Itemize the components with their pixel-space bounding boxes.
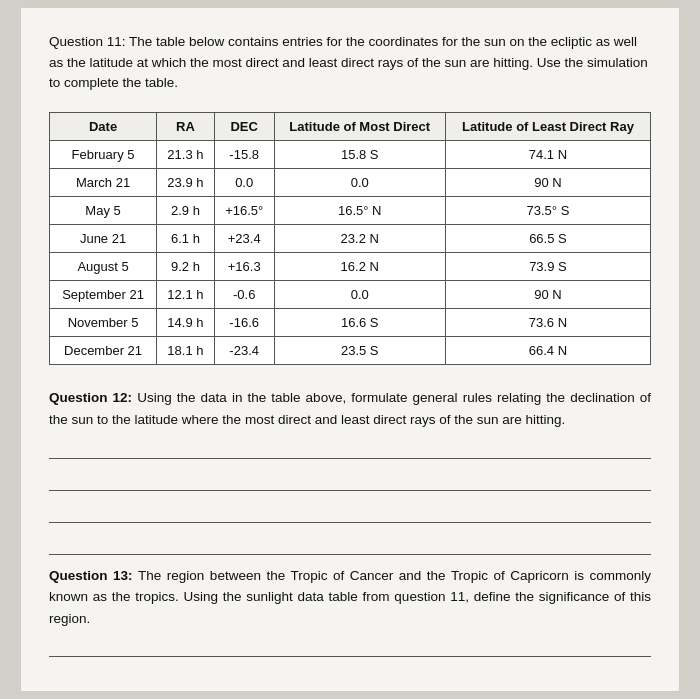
intro-text: Question 11: The table below contains en… [49, 32, 651, 95]
table-row: August 59.2 h+16.316.2 N73.9 S [50, 253, 651, 281]
cell-r5-c0: September 21 [50, 281, 157, 309]
cell-r4-c0: August 5 [50, 253, 157, 281]
col-header-date: Date [50, 113, 157, 141]
cell-r7-c2: -23.4 [214, 337, 274, 365]
cell-r7-c0: December 21 [50, 337, 157, 365]
q13-body: The region between the Tropic of Cancer … [49, 568, 651, 626]
cell-r4-c3: 16.2 N [274, 253, 445, 281]
cell-r7-c1: 18.1 h [157, 337, 215, 365]
cell-r6-c4: 73.6 N [445, 309, 650, 337]
table-row: November 514.9 h-16.616.6 S73.6 N [50, 309, 651, 337]
table-row: December 2118.1 h-23.423.5 S66.4 N [50, 337, 651, 365]
cell-r6-c2: -16.6 [214, 309, 274, 337]
q12-body: Using the data in the table above, formu… [49, 390, 651, 427]
table-row: June 216.1 h+23.423.2 N66.5 S [50, 225, 651, 253]
cell-r7-c3: 23.5 S [274, 337, 445, 365]
col-header-ra: RA [157, 113, 215, 141]
cell-r5-c2: -0.6 [214, 281, 274, 309]
cell-r7-c4: 66.4 N [445, 337, 650, 365]
q13-text: Question 13: The region between the Trop… [49, 565, 651, 630]
cell-r1-c2: 0.0 [214, 169, 274, 197]
table-row: March 2123.9 h0.00.090 N [50, 169, 651, 197]
cell-r1-c1: 23.9 h [157, 169, 215, 197]
cell-r3-c4: 66.5 S [445, 225, 650, 253]
cell-r3-c2: +23.4 [214, 225, 274, 253]
cell-r1-c3: 0.0 [274, 169, 445, 197]
cell-r0-c1: 21.3 h [157, 141, 215, 169]
cell-r2-c0: May 5 [50, 197, 157, 225]
q12-label: Question 12: [49, 390, 137, 405]
cell-r3-c0: June 21 [50, 225, 157, 253]
cell-r4-c2: +16.3 [214, 253, 274, 281]
cell-r0-c4: 74.1 N [445, 141, 650, 169]
cell-r4-c4: 73.9 S [445, 253, 650, 281]
col-header-dec: DEC [214, 113, 274, 141]
col-header-lat-most: Latitude of Most Direct [274, 113, 445, 141]
cell-r0-c0: February 5 [50, 141, 157, 169]
cell-r2-c1: 2.9 h [157, 197, 215, 225]
cell-r0-c2: -15.8 [214, 141, 274, 169]
cell-r2-c3: 16.5° N [274, 197, 445, 225]
page-container: Question 11: The table below contains en… [20, 7, 680, 693]
q12-answer-line-2 [49, 469, 651, 491]
cell-r5-c4: 90 N [445, 281, 650, 309]
q12-answer-line-1 [49, 437, 651, 459]
cell-r0-c3: 15.8 S [274, 141, 445, 169]
q12-answer-line-3 [49, 501, 651, 523]
cell-r5-c1: 12.1 h [157, 281, 215, 309]
cell-r6-c0: November 5 [50, 309, 157, 337]
cell-r2-c2: +16.5° [214, 197, 274, 225]
cell-r2-c4: 73.5° S [445, 197, 650, 225]
q12-text: Question 12: Using the data in the table… [49, 387, 651, 430]
cell-r1-c4: 90 N [445, 169, 650, 197]
cell-r5-c3: 0.0 [274, 281, 445, 309]
cell-r1-c0: March 21 [50, 169, 157, 197]
cell-r3-c1: 6.1 h [157, 225, 215, 253]
cell-r6-c1: 14.9 h [157, 309, 215, 337]
data-table: Date RA DEC Latitude of Most Direct Lati… [49, 112, 651, 365]
col-header-lat-least: Latitude of Least Direct Ray [445, 113, 650, 141]
cell-r3-c3: 23.2 N [274, 225, 445, 253]
q12-answer-line-4 [49, 533, 651, 555]
table-row: September 2112.1 h-0.60.090 N [50, 281, 651, 309]
q13-label: Question 13: [49, 568, 138, 583]
table-row: February 521.3 h-15.815.8 S74.1 N [50, 141, 651, 169]
cell-r6-c3: 16.6 S [274, 309, 445, 337]
q13-answer-line-1 [49, 635, 651, 657]
cell-r4-c1: 9.2 h [157, 253, 215, 281]
table-row: May 52.9 h+16.5°16.5° N73.5° S [50, 197, 651, 225]
